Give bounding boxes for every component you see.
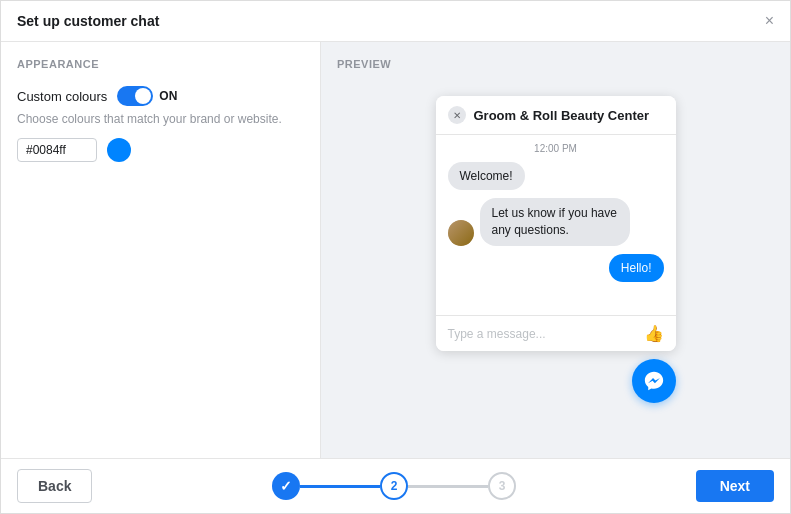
step-3-circle: 3 — [488, 472, 516, 500]
color-circle[interactable] — [107, 138, 131, 162]
back-button[interactable]: Back — [17, 469, 92, 503]
step-2-label: 2 — [391, 479, 398, 493]
progress-steps: ✓ 2 3 — [272, 472, 516, 500]
toggle-container: ON — [117, 86, 177, 106]
step-line-2 — [408, 485, 488, 488]
modal-footer: Back ✓ 2 3 Next — [1, 458, 790, 513]
setup-modal: Set up customer chat × APPEARANCE Custom… — [0, 0, 791, 514]
chat-messages: 12:00 PM Welcome! Let us know if you hav… — [436, 135, 676, 315]
chat-input-area: Type a message... 👍 — [436, 315, 676, 351]
chat-input-placeholder: Type a message... — [448, 327, 546, 341]
chat-close-button[interactable]: ✕ — [448, 106, 466, 124]
color-row — [17, 138, 304, 162]
helper-text: Choose colours that match your brand or … — [17, 112, 304, 126]
step-1-circle: ✓ — [272, 472, 300, 500]
modal-close-button[interactable]: × — [765, 13, 774, 29]
chat-window: ✕ Groom & Roll Beauty Center 12:00 PM We… — [436, 96, 676, 351]
step-line-1 — [300, 485, 380, 488]
agent-bubble: Let us know if you have any questions. — [480, 198, 630, 246]
custom-colours-label: Custom colours — [17, 89, 107, 104]
avatar-image — [448, 220, 474, 246]
preview-section-label: PREVIEW — [337, 58, 391, 70]
right-panel: PREVIEW ✕ Groom & Roll Beauty Center 12:… — [321, 42, 790, 458]
appearance-section-label: APPEARANCE — [17, 58, 304, 70]
welcome-message: Welcome! — [448, 162, 664, 198]
messenger-fab-button[interactable] — [632, 359, 676, 403]
left-panel: APPEARANCE Custom colours ON Choose colo… — [1, 42, 321, 458]
thumbs-up-icon: 👍 — [644, 324, 664, 343]
color-input[interactable] — [17, 138, 97, 162]
custom-colours-toggle[interactable] — [117, 86, 153, 106]
chat-preview-wrapper: ✕ Groom & Roll Beauty Center 12:00 PM We… — [436, 96, 676, 351]
next-button[interactable]: Next — [696, 470, 774, 502]
messenger-icon — [643, 370, 665, 392]
modal-body: APPEARANCE Custom colours ON Choose colo… — [1, 42, 790, 458]
agent-message-row: Let us know if you have any questions. — [448, 198, 664, 246]
chat-business-name: Groom & Roll Beauty Center — [474, 108, 650, 123]
custom-colours-row: Custom colours ON — [17, 86, 304, 106]
step-1-check: ✓ — [280, 478, 292, 494]
step-3-label: 3 — [499, 479, 506, 493]
chat-timestamp: 12:00 PM — [448, 143, 664, 154]
modal-header: Set up customer chat × — [1, 1, 790, 42]
chat-header: ✕ Groom & Roll Beauty Center — [436, 96, 676, 135]
toggle-on-label: ON — [159, 89, 177, 103]
preview-area: ✕ Groom & Roll Beauty Center 12:00 PM We… — [337, 86, 774, 351]
welcome-bubble: Welcome! — [448, 162, 525, 190]
user-bubble: Hello! — [609, 254, 664, 282]
modal-title: Set up customer chat — [17, 13, 159, 29]
user-message-row: Hello! — [448, 254, 664, 282]
agent-avatar — [448, 220, 474, 246]
step-2-circle: 2 — [380, 472, 408, 500]
